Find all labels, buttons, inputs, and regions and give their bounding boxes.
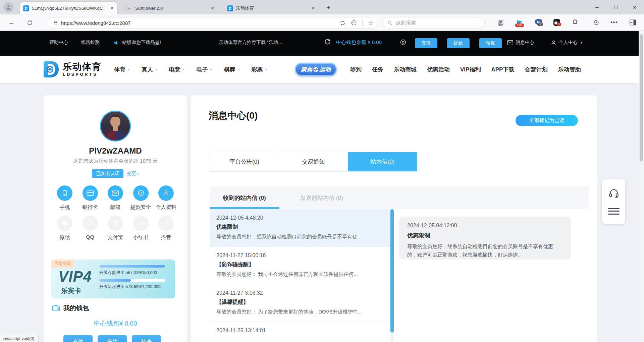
withdraw-safety-binding[interactable]: 提款安全 bbox=[130, 185, 152, 211]
nav-link-affiliate[interactable]: 合营计划 bbox=[525, 66, 547, 73]
transfer-button[interactable]: 转账 bbox=[132, 335, 161, 342]
list-item[interactable]: 2024-11-25 13:14:01 bbox=[210, 322, 390, 342]
announcement-link[interactable]: 站版邀您下载品鉴! bbox=[114, 40, 161, 46]
wallet-buttons: 充值 提款 转账 bbox=[63, 335, 161, 342]
message-list: 2024-12-05 4:48:20 优惠限制 尊敬的会员您好，经系统自动检测目… bbox=[210, 209, 390, 342]
douyin-binding[interactable]: 抖音 bbox=[155, 216, 177, 241]
nav-link-app[interactable]: APP下载 bbox=[491, 66, 514, 73]
search-box[interactable]: 点此搜索 bbox=[382, 17, 485, 28]
wechat-binding[interactable]: 微信 bbox=[54, 216, 75, 241]
bankcard-binding[interactable]: 银行卡 bbox=[79, 185, 101, 211]
tab-ledong[interactable]: D 乐动体育 ✕ bbox=[224, 2, 318, 14]
nav-menu-esports[interactable]: 电竞▼ bbox=[169, 66, 185, 73]
chevron-down-icon: ▼ bbox=[182, 68, 185, 71]
split-screen-icon[interactable] bbox=[629, 18, 637, 27]
chevron-down-icon: ▼ bbox=[210, 68, 213, 71]
personal-center-link[interactable]: 个人中心 ▼ bbox=[551, 40, 583, 46]
history-icon[interactable] bbox=[592, 18, 600, 27]
help-center-link[interactable]: 帮助中心 bbox=[49, 40, 68, 46]
phone-binding[interactable]: 手机 bbox=[54, 185, 75, 211]
change-link[interactable]: 变更› bbox=[127, 171, 139, 177]
list-item[interactable]: 2024-11-27 3:16:32 【温馨提醒】 尊敬的会员您好： 为了给您带… bbox=[210, 284, 390, 322]
address-bar[interactable]: https://www.ledong842.cc:2087 ☆ bbox=[47, 17, 378, 28]
current-level-tag: 当前等级 bbox=[51, 260, 74, 268]
page-viewport: 帮助中心 线路检测 站版邀您下载品鉴! 乐动体育官方推荐下载 “乐动… 中心钱包… bbox=[0, 31, 639, 342]
browser-profile-avatar[interactable] bbox=[3, 2, 13, 12]
line-check-link[interactable]: 线路检测 bbox=[81, 40, 100, 46]
lock-icon[interactable] bbox=[53, 20, 58, 25]
page-scrollbar[interactable] bbox=[639, 31, 644, 342]
nav-menu-live[interactable]: 真人▼ bbox=[142, 66, 158, 73]
deposit-button[interactable]: 充值 bbox=[415, 38, 437, 48]
alipay-icon: 支 bbox=[108, 216, 123, 231]
subtab-sent-mail[interactable]: 发送的站内信 (0) bbox=[287, 186, 357, 209]
xiaohongshu-binding[interactable]: 小红书 小红书 bbox=[130, 216, 152, 241]
customer-service-icon[interactable] bbox=[609, 189, 619, 198]
reading-list-icon[interactable] bbox=[496, 18, 505, 27]
qq-binding[interactable]: QQ bbox=[79, 216, 101, 241]
refresh-button[interactable] bbox=[25, 18, 34, 27]
vip-level-card[interactable]: 当前等级 VIP4 乐宾卡 升级存款进度 567,029/150,000 升级流… bbox=[51, 260, 175, 298]
flag-extension-icon[interactable]: 1.00 bbox=[515, 18, 524, 27]
collections-extension-icon[interactable]: 1 bbox=[552, 18, 561, 27]
bank-card-icon bbox=[87, 190, 94, 196]
nav-link-sponsor[interactable]: 乐动赞助 bbox=[558, 66, 581, 73]
floating-side-widget bbox=[602, 179, 625, 224]
maximize-button[interactable]: ☐ bbox=[606, 0, 625, 14]
message-center-link[interactable]: 消息中心 bbox=[507, 40, 534, 46]
nav-link-vip[interactable]: VIP福利 bbox=[460, 66, 481, 73]
tab-inbox-mail[interactable]: 站内信(0) bbox=[348, 152, 417, 171]
nav-link-mall[interactable]: 乐动商城 bbox=[394, 66, 417, 73]
nav-link-tasks[interactable]: 任务 bbox=[372, 66, 383, 73]
wallet-refresh-icon[interactable] bbox=[324, 38, 331, 45]
avatar[interactable] bbox=[100, 111, 131, 141]
detail-date: 2024-12-05 04:12:00 bbox=[407, 223, 563, 229]
shield-extension-icon[interactable]: % 2 bbox=[534, 18, 543, 27]
tab-platform-announcements[interactable]: 平台公告(0) bbox=[210, 152, 279, 171]
settings-menu-icon[interactable]: ••• bbox=[610, 18, 619, 27]
new-tab-button[interactable]: + bbox=[324, 3, 333, 12]
profile-info-binding[interactable]: 个人资料 bbox=[155, 185, 177, 211]
alipay-binding[interactable]: 支 支付宝 bbox=[105, 216, 126, 241]
nav-menu-slots[interactable]: 电子▼ bbox=[197, 66, 213, 73]
withdraw-button[interactable]: 提款 bbox=[447, 38, 470, 48]
list-scrollbar[interactable] bbox=[390, 209, 394, 342]
tab-ledong-encoded[interactable]: D 5LmQ5Yqo5L2T6IKyfOS5kOWKqC ✕ bbox=[20, 2, 117, 14]
url-text[interactable]: https://www.ledong842.cc:2087 bbox=[61, 20, 334, 26]
menu-lines-icon[interactable] bbox=[608, 208, 620, 215]
balance-visibility-icon[interactable] bbox=[400, 39, 407, 46]
nav-link-checkin[interactable]: 签到 bbox=[350, 66, 362, 73]
search-placeholder: 点此搜索 bbox=[396, 20, 416, 26]
focus-sports-badge[interactable]: 聚焦 运动 bbox=[295, 63, 337, 76]
close-window-button[interactable]: ✕ bbox=[625, 0, 644, 14]
nav-link-promos[interactable]: 优惠活动 bbox=[427, 66, 450, 73]
subtab-received-mail[interactable]: 收到的站内信 (0) bbox=[210, 186, 279, 209]
list-scrollbar-thumb[interactable] bbox=[390, 209, 394, 333]
close-tab-icon[interactable]: ✕ bbox=[311, 6, 315, 11]
close-tab-icon[interactable]: ✕ bbox=[110, 6, 114, 11]
mark-all-read-button[interactable]: 全部标记为已读 bbox=[516, 115, 578, 126]
minimize-button[interactable]: ─ bbox=[588, 0, 606, 14]
translate-icon[interactable] bbox=[340, 20, 345, 26]
nav-menu-chess[interactable]: 棋牌▼ bbox=[224, 66, 240, 73]
back-button[interactable]: ← bbox=[7, 18, 16, 27]
tab-sunflower[interactable]: Sunflower 2.0 ✕ bbox=[123, 2, 218, 14]
favorite-star-icon[interactable]: ☆ bbox=[368, 19, 374, 27]
nav-menu-sports[interactable]: 体育▼ bbox=[114, 66, 130, 73]
mail-icon bbox=[112, 190, 119, 196]
extensions-puzzle-icon[interactable] bbox=[571, 18, 579, 27]
transfer-button[interactable]: 转账 bbox=[479, 38, 502, 48]
list-item[interactable]: 2024-12-05 4:48:20 优惠限制 尊敬的会员您好，经系统自动检测目… bbox=[210, 209, 390, 247]
xiaohongshu-icon: 小红书 bbox=[133, 216, 149, 231]
tab-transaction-notices[interactable]: 交易通知 bbox=[279, 152, 348, 171]
email-binding[interactable]: 邮箱 bbox=[105, 185, 126, 211]
close-tab-icon[interactable]: ✕ bbox=[211, 6, 214, 11]
page-scrollbar-thumb[interactable] bbox=[640, 34, 643, 162]
site-logo[interactable]: 乐动体育 LDSPORTS bbox=[42, 61, 102, 78]
list-item[interactable]: 2024-11-27 15:00:16 【防诈骗提醒】 尊敬的会员您好： 我司不… bbox=[210, 247, 390, 284]
withdraw-button[interactable]: 提款 bbox=[98, 335, 127, 342]
nav-menu-lottery[interactable]: 彩票▼ bbox=[252, 66, 268, 73]
deposit-button[interactable]: 充值 bbox=[63, 335, 93, 342]
turnover-progress-bar bbox=[99, 279, 165, 282]
more-tools-icon[interactable] bbox=[351, 20, 357, 26]
